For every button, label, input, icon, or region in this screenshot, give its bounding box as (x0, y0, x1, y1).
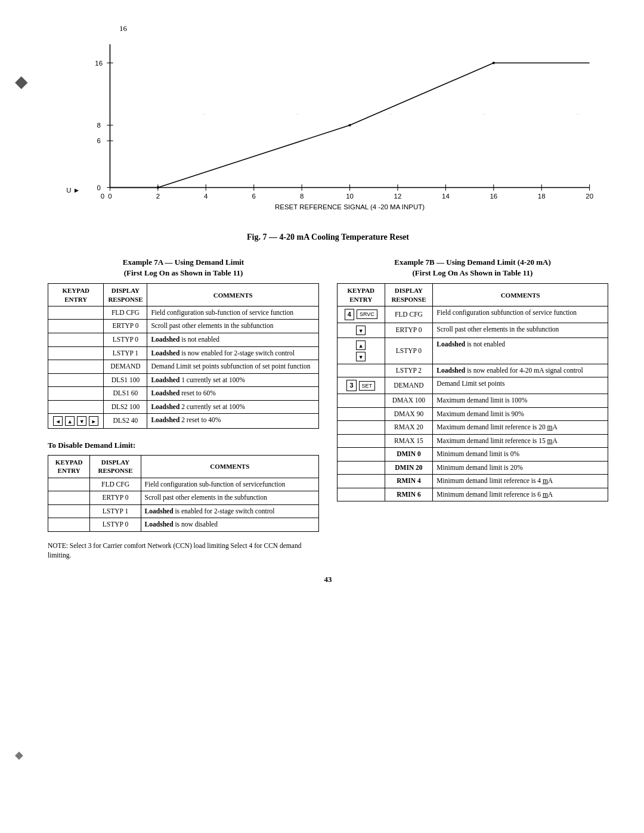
keypad-cell (338, 407, 385, 421)
display-cell: LSTYP 1 (90, 504, 141, 518)
arrow-up-icon: ▲ (65, 416, 75, 426)
svg-text:8: 8 (300, 193, 304, 200)
display-cell: ERTYP 0 (104, 320, 147, 333)
svg-text:14: 14 (442, 193, 450, 200)
display-cell: LSTYP 0 (385, 337, 433, 364)
th-display-dis: DISPLAYRESPONSE (90, 456, 141, 478)
bottom-note-text: NOTE: Select 3 for Carrier comfort Netwo… (48, 542, 301, 559)
table-row: 3 SET DEMAND Demand Limit set points (338, 377, 608, 394)
keypad-cell (48, 400, 104, 414)
table-row: ERTYP 0 Scroll past other elements in th… (48, 491, 319, 505)
arrow-down-icon: ▼ (77, 416, 86, 426)
table-row: ERTYP 0 Scroll past other elements in th… (48, 320, 319, 333)
example-7b-title: Example 7B — Using Demand Limit (4-20 mA… (337, 257, 608, 278)
display-cell: DMAX 100 (385, 394, 433, 408)
comment-cell: Maximum demand limit reference is 20 mA (433, 421, 608, 435)
disable-table: KEYPADENTRY DISPLAYRESPONSE COMMENTS FLD… (48, 455, 319, 532)
page-number-bottom: 43 (48, 575, 608, 584)
svg-text:·: · (297, 112, 298, 117)
display-cell: DLS2 40 (104, 414, 147, 429)
th-comments-dis: COMMENTS (141, 456, 318, 478)
table-row: DEMAND Demand Limit set points subfuncti… (48, 360, 319, 374)
example-7b: Example 7B — Using Demand Limit (4-20 mA… (337, 257, 608, 560)
display-cell: ERTYP 0 (90, 491, 141, 505)
example-7a-title-line2: (First Log On as Shown in Table 11) (124, 268, 243, 277)
svg-point-41 (157, 186, 159, 188)
table-row: DLS1 100 Loadshed 1 currently set at 100… (48, 373, 319, 387)
arrow-up-icon: ▲ (356, 340, 366, 350)
comment-cell: Scroll past other elements in the subfun… (433, 323, 608, 337)
keypad-cell (338, 364, 385, 377)
comment-cell: Loadshed reset to 60% (147, 387, 319, 401)
left-decoration-top: ◆ (15, 72, 28, 91)
comment-cell: Minimum demand limit reference is 6 mA (433, 488, 608, 501)
th-comments-7a: COMMENTS (147, 284, 319, 306)
keypad-cell (48, 491, 90, 505)
svg-text:12: 12 (394, 193, 402, 200)
comment-cell: Field configuration sub-function of serv… (141, 478, 318, 491)
keypad-cell: 3 SET (338, 377, 385, 394)
display-cell: FLD CFG (90, 478, 141, 491)
comment-cell: Demand Limit set points (433, 377, 608, 394)
example-7b-title-line2: (First Log On As Shown in Table 11) (413, 268, 533, 277)
keypad-cell: ▲ ▼ (338, 337, 385, 364)
chart-svg: 0 6 8 16 U ► 0 0 2 4 6 8 10 (48, 30, 608, 221)
table-row: DMAX 90 Maximum demand limit is 90% (338, 407, 608, 421)
arrow-right-icon: ► (89, 416, 98, 426)
display-cell: FLD CFG (104, 306, 147, 320)
display-cell: RMIN 4 (385, 475, 433, 488)
display-cell: DMAX 90 (385, 407, 433, 421)
example-7a-title-line1: Example 7A — Using Demand Limit (123, 258, 244, 267)
svg-text:0: 0 (97, 184, 100, 191)
th-comments-7b: COMMENTS (433, 284, 608, 306)
comment-cell: Maximum demand limit reference is 15 mA (433, 434, 608, 448)
example-7a-title: Example 7A — Using Demand Limit (First L… (48, 257, 319, 278)
svg-text:·: · (577, 112, 578, 117)
table-row: DLS1 60 Loadshed reset to 60% (48, 387, 319, 401)
keypad-cell (48, 346, 104, 360)
svg-text:18: 18 (538, 193, 546, 200)
keypad-cell: ▼ (338, 323, 385, 337)
svg-text:6: 6 (252, 193, 256, 200)
keypad-cell (338, 394, 385, 408)
keypad-arrows: ◄ ▲ ▼ ► (52, 416, 100, 426)
chart-area: 0 6 8 16 U ► 0 0 2 4 6 8 10 (48, 30, 608, 221)
table-row: FLD CFG Field configuration sub-function… (48, 478, 319, 491)
display-cell: DLS2 100 (104, 400, 147, 414)
svg-text:0: 0 (108, 193, 112, 200)
display-cell: DLS1 60 (104, 387, 147, 401)
display-cell: RMIN 6 (385, 488, 433, 501)
keypad-cell (48, 387, 104, 401)
comment-cell: Loadshed is now enabled for 4-20 mA sign… (433, 364, 608, 377)
th-keypad-7a: KEYPADENTRY (48, 284, 104, 306)
comment-cell: Scroll past other elements in the subfun… (147, 320, 319, 333)
comment-cell: Loadshed 1 currently set at 100% (147, 373, 319, 387)
comment-cell: Maximum demand limit is 90% (433, 407, 608, 421)
arrow-down-icon: ▼ (356, 326, 366, 335)
comment-cell: Minimum demand limit is 0% (433, 448, 608, 462)
keypad-cell (48, 504, 90, 518)
display-cell: DLS1 100 (104, 373, 147, 387)
display-cell: DMIN 20 (385, 461, 433, 475)
keypad-cell (338, 461, 385, 475)
arrow-left-icon: ◄ (53, 416, 63, 426)
keypad-cell (48, 373, 104, 387)
disable-title: To Disable Demand Limit: (48, 441, 319, 450)
table-row: DMIN 20 Minimum demand limit is 20% (338, 461, 608, 475)
table-row: LSTYP 1 Loadshed is now enabled for 2-st… (48, 346, 319, 360)
keypad-cell (338, 488, 385, 501)
table-row: LSTYP 2 Loadshed is now enabled for 4-20… (338, 364, 608, 377)
svg-point-42 (348, 124, 351, 126)
display-cell: FLD CFG (385, 306, 433, 323)
page-container: ◆ 16 0 6 8 16 U ► 0 0 (0, 0, 644, 833)
table-row: ▼ ERTYP 0 Scroll past other elements in … (338, 323, 608, 337)
display-cell: DMIN 0 (385, 448, 433, 462)
example-7b-table: KEYPADENTRY DISPLAYRESPONSE COMMENTS 4 S… (337, 283, 608, 501)
display-cell: LSTYP 0 (90, 518, 141, 532)
keypad-cell (48, 518, 90, 532)
table-row: ▲ ▼ LSTYP 0 Loadshed is not enabled (338, 337, 608, 364)
table-row: RMIN 6 Minimum demand limit reference is… (338, 488, 608, 501)
comment-cell: Demand Limit set points subfunction of s… (147, 360, 319, 374)
key-4-icon: 4 (345, 309, 354, 320)
keypad-cell (48, 306, 104, 320)
